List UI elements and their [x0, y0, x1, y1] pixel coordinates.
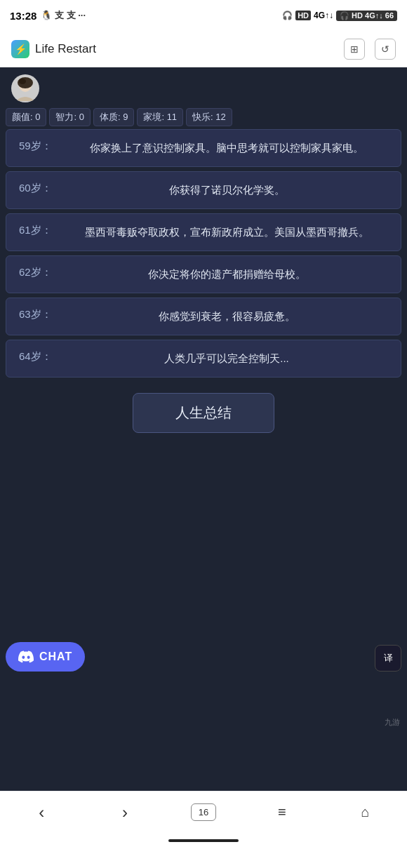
translate-icon: 译: [384, 652, 393, 665]
app-bar: ⚡ Life Restart ⊞ ↺: [0, 31, 407, 67]
stat-happiness-label: 快乐:: [192, 112, 215, 122]
signal-icon: 4G↑↓: [314, 11, 333, 20]
event-age-59: 59岁：: [19, 140, 55, 153]
status-bar: 13:28 🐧 支 支 ··· 🎧 HD 4G↑↓ 🎧 HD 4G↑↓ 66: [0, 0, 407, 31]
nav-bar: ‹ › 16 ≡ ⌂: [0, 791, 407, 833]
events-list: 59岁： 你家换上了意识控制家具。脑中思考就可以控制家具家电。 60岁： 你获得…: [0, 129, 407, 378]
list-item-partial: 64岁： 人类几乎可以完全控制天...: [6, 340, 401, 378]
event-text-61: 墨西哥毒贩夺取政权，宣布新政府成立。美国从墨西哥撤兵。: [65, 224, 388, 241]
summary-button[interactable]: 人生总结: [133, 393, 274, 433]
event-age-61: 61岁：: [19, 224, 55, 237]
stat-intelligence-value: 0: [79, 112, 84, 122]
status-left: 13:28 🐧 支 支 ···: [10, 9, 86, 22]
refresh-icon: ↺: [381, 44, 389, 55]
stat-intelligence-label: 智力:: [55, 112, 79, 122]
menu-icon: ≡: [278, 804, 286, 820]
event-text-59: 你家换上了意识控制家具。脑中思考就可以控制家具家电。: [65, 140, 388, 156]
event-age-63: 63岁：: [19, 308, 55, 321]
stat-appearance-value: 0: [35, 112, 40, 122]
app-logo-icon: ⚡: [11, 40, 29, 58]
event-age-64: 64岁：: [19, 350, 55, 363]
list-item: 63岁： 你感觉到衰老，很容易疲惫。: [6, 298, 401, 335]
forward-icon: ›: [122, 803, 128, 822]
event-age-60: 60岁：: [19, 182, 55, 195]
page-indicator: 16: [191, 803, 216, 821]
save-button[interactable]: ⊞: [344, 39, 365, 60]
translate-button[interactable]: 译: [375, 645, 401, 672]
menu-button[interactable]: ≡: [265, 799, 300, 827]
back-button[interactable]: ‹: [24, 799, 59, 827]
app-bar-actions: ⊞ ↺: [344, 39, 396, 60]
event-age-62: 62岁：: [19, 266, 55, 279]
stat-constitution-value: 9: [123, 112, 128, 122]
list-item: 60岁： 你获得了诺贝尔化学奖。: [6, 171, 401, 209]
avatar-bar: [0, 67, 407, 105]
stat-intelligence: 智力: 0: [49, 108, 90, 126]
headphone-icon: 🎧: [282, 11, 293, 20]
status-time: 13:28: [10, 10, 36, 22]
hd-badge: HD: [295, 11, 311, 20]
chat-button[interactable]: CHAT: [6, 642, 85, 672]
list-item: 61岁： 墨西哥毒贩夺取政权，宣布新政府成立。美国从墨西哥撤兵。: [6, 213, 401, 251]
status-right: 🎧 HD 4G↑↓ 🎧 HD 4G↑↓ 66: [282, 11, 397, 21]
stats-bar: 颜值: 0 智力: 0 体质: 9 家境: 11 快乐: 12: [0, 105, 407, 129]
stat-appearance: 颜值: 0: [6, 108, 46, 126]
stat-family-label: 家境:: [143, 112, 166, 122]
stat-constitution-label: 体质:: [100, 112, 123, 122]
home-indicator: [0, 833, 407, 848]
event-text-64: 人类几乎可以完全控制天...: [65, 350, 388, 367]
back-icon: ‹: [39, 803, 44, 822]
stat-happiness-value: 12: [215, 112, 225, 122]
stat-appearance-label: 颜值:: [12, 112, 35, 122]
chat-button-label: CHAT: [39, 650, 72, 663]
status-icons: 🐧 支 支 ···: [41, 9, 86, 22]
save-icon: ⊞: [350, 44, 359, 55]
app-title: Life Restart: [35, 42, 96, 56]
stat-happiness: 快乐: 12: [186, 108, 232, 126]
event-text-63: 你感觉到衰老，很容易疲惫。: [65, 308, 388, 325]
event-text-60: 你获得了诺贝尔化学奖。: [65, 182, 388, 199]
list-item: 59岁： 你家换上了意识控制家具。脑中思考就可以控制家具家电。: [6, 129, 401, 167]
app-title-area: ⚡ Life Restart: [11, 40, 96, 58]
home-icon: ⌂: [361, 804, 370, 820]
discord-icon: [18, 649, 34, 665]
list-item: 62岁： 你决定将你的遗产都捐赠给母校。: [6, 255, 401, 293]
stat-family-value: 11: [167, 112, 177, 122]
event-text-62: 你决定将你的遗产都捐赠给母校。: [65, 266, 388, 283]
home-bar: [168, 839, 239, 842]
forward-button[interactable]: ›: [107, 799, 142, 827]
refresh-button[interactable]: ↺: [375, 39, 396, 60]
game-area: 颜值: 0 智力: 0 体质: 9 家境: 11 快乐: 12 59岁： 你家换…: [0, 67, 407, 791]
watermark: 九游: [385, 717, 400, 728]
battery-indicator: 🎧 HD 4G↑↓ 66: [336, 11, 397, 21]
home-button[interactable]: ⌂: [348, 799, 383, 827]
stat-family: 家境: 11: [137, 108, 183, 126]
avatar: [11, 74, 39, 102]
stat-constitution: 体质: 9: [93, 108, 134, 126]
svg-point-2: [19, 79, 26, 84]
bottom-area: 人生总结: [0, 383, 407, 440]
